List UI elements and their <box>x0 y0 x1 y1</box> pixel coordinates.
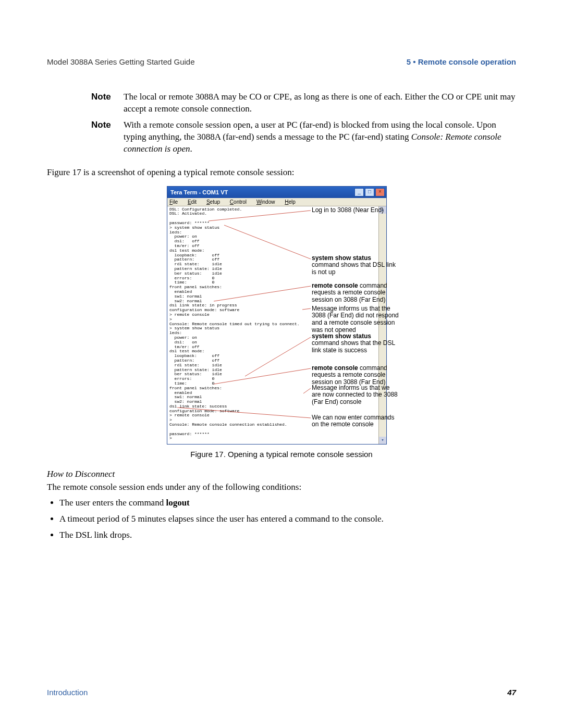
disconnect-intro: The remote console session ends under an… <box>47 482 516 493</box>
maximize-icon[interactable]: □ <box>365 188 374 196</box>
annot-4: Message informs us that the 3088 (Far En… <box>312 305 400 334</box>
annot-8: We can now enter commands on the remote … <box>312 414 400 429</box>
annot-6: remote console command requests a remote… <box>312 365 400 386</box>
chapter-title: 5 • Remote console operation <box>407 57 516 66</box>
figure-17: Tera Term - COM1 VT _ □ × File Edit Setu… <box>167 186 396 445</box>
note-body: With a remote console session open, a us… <box>124 119 516 155</box>
figure-caption: Figure 17. Opening a typical remote cons… <box>47 450 516 459</box>
menu-window[interactable]: Window <box>256 199 279 205</box>
note-2: Note With a remote console session open,… <box>91 119 516 155</box>
minimize-icon[interactable]: _ <box>354 188 364 196</box>
window-title: Tera Term - COM1 VT <box>170 189 228 195</box>
page-number: 47 <box>507 688 516 697</box>
menu-edit[interactable]: Edit <box>188 199 201 205</box>
list-item: The DSL link drops. <box>59 528 516 543</box>
guide-title: Model 3088A Series Getting Started Guide <box>47 57 195 66</box>
scroll-down-icon[interactable]: ▾ <box>379 437 386 444</box>
annot-2: system show status command shows that DS… <box>312 255 400 276</box>
annot-3: remote console command requests a remote… <box>312 282 400 304</box>
page-footer: Introduction 47 <box>47 688 516 697</box>
intro-paragraph: Figure 17 is a screenshot of opening a t… <box>47 167 516 179</box>
menu-file[interactable]: File <box>169 199 182 205</box>
menubar: File Edit Setup Control Window Help <box>167 198 386 206</box>
annot-5: system show status command shows that th… <box>312 333 400 354</box>
list-item: The user enters the command logout <box>59 496 516 511</box>
note-1: Note The local or remote 3088A may be CO… <box>91 91 516 115</box>
footer-section: Introduction <box>47 688 88 697</box>
note-label: Note <box>91 119 124 155</box>
menu-help[interactable]: Help <box>285 199 300 205</box>
titlebar: Tera Term - COM1 VT _ □ × <box>167 187 386 198</box>
page-header: Model 3088A Series Getting Started Guide… <box>47 57 516 66</box>
note-body: The local or remote 3088A may be CO or C… <box>124 91 516 115</box>
list-item: A timeout period of 5 minutes elapses si… <box>59 512 516 527</box>
menu-control[interactable]: Control <box>230 199 251 205</box>
close-icon[interactable]: × <box>375 188 385 196</box>
menu-setup[interactable]: Setup <box>206 199 224 205</box>
annot-7: Message informs us that we are now conne… <box>312 385 400 406</box>
note-label: Note <box>91 91 124 115</box>
annot-1: Log in to 3088 (Near End) <box>312 207 400 214</box>
disconnect-list: The user enters the command logout A tim… <box>47 496 516 543</box>
how-to-disconnect-heading: How to Disconnect <box>47 469 516 479</box>
window-buttons: _ □ × <box>354 188 385 196</box>
